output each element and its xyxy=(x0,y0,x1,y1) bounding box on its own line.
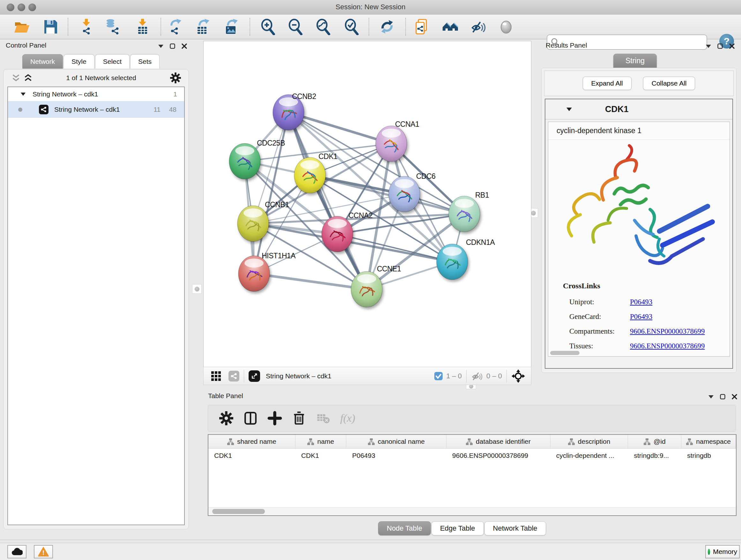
function-builder-icon: f(x) xyxy=(340,412,355,424)
birdseye-button[interactable] xyxy=(498,18,515,35)
tab-string[interactable]: String xyxy=(613,54,657,68)
export-table-button[interactable] xyxy=(195,18,212,35)
crosslink-tissues-link[interactable]: 9606.ENSP00000378699 xyxy=(630,342,705,350)
tab-network[interactable]: Network xyxy=(22,54,63,69)
node-label-ccne1: CCNE1 xyxy=(377,265,401,273)
detach-view-icon[interactable] xyxy=(249,370,260,382)
network-node-cdc25b[interactable] xyxy=(229,143,260,179)
show-columns-icon[interactable] xyxy=(243,411,258,426)
table-horizontal-scrollbar[interactable] xyxy=(208,507,736,515)
add-column-icon[interactable] xyxy=(267,411,282,426)
expand-all-tree-icon[interactable] xyxy=(24,74,32,82)
column-header-database-identifier[interactable]: database identifier xyxy=(447,435,550,448)
import-network-from-database-button[interactable] xyxy=(105,18,122,35)
export-network-button[interactable] xyxy=(167,18,184,35)
import-network-button[interactable] xyxy=(78,18,95,35)
float-panel-icon[interactable] xyxy=(720,394,725,399)
delete-column-icon[interactable] xyxy=(292,411,307,426)
tab-sets[interactable]: Sets xyxy=(130,54,159,69)
panel-menu-icon[interactable] xyxy=(709,395,714,398)
crosslink-uniprot-link[interactable]: P06493 xyxy=(630,298,652,306)
zoom-out-button[interactable] xyxy=(287,18,304,35)
network-node-rb1[interactable] xyxy=(449,196,480,232)
network-node-ccna2[interactable] xyxy=(322,216,353,252)
network-selection-status: 1 of 1 Network selected xyxy=(32,74,170,82)
homes-button[interactable] xyxy=(442,18,459,35)
tab-network-table[interactable]: Network Table xyxy=(484,521,546,536)
scrollbar-thumb[interactable] xyxy=(212,509,265,514)
float-panel-icon[interactable] xyxy=(170,44,175,49)
node-label-rb1: RB1 xyxy=(475,191,489,199)
network-node-cdk1[interactable] xyxy=(294,158,326,193)
tree-column-icon xyxy=(368,438,375,445)
network-edge[interactable] xyxy=(288,112,391,144)
network-node-cdc6[interactable] xyxy=(389,176,420,212)
network-node-ccne1[interactable] xyxy=(351,271,382,307)
column-header-canonical-name[interactable]: canonical name xyxy=(346,435,447,448)
network-node-ccna1[interactable] xyxy=(376,126,407,162)
column-header-namespace[interactable]: namespace xyxy=(681,435,736,448)
tab-select[interactable]: Select xyxy=(95,54,130,69)
column-header-name[interactable]: name xyxy=(295,435,347,448)
selected-checkbox-icon[interactable] xyxy=(434,372,443,381)
network-row[interactable]: String Network – cdk1 11 48 xyxy=(8,101,184,118)
tree-column-icon xyxy=(227,438,234,445)
network-node-cdkn1a[interactable] xyxy=(436,244,468,280)
warning-status-button[interactable]: ! xyxy=(34,545,53,558)
close-panel-icon[interactable] xyxy=(732,394,737,399)
memory-button[interactable]: Memory xyxy=(705,545,740,558)
network-node-ccnb1[interactable] xyxy=(238,206,269,241)
table-row[interactable]: CDK1CDK1P064939606.ENSP00000378699cyclin… xyxy=(208,449,736,462)
column-header-shared-name[interactable]: shared name xyxy=(208,435,295,448)
float-panel-icon[interactable] xyxy=(718,44,723,49)
zoom-in-button[interactable] xyxy=(260,18,276,35)
collapse-all-tree-icon[interactable] xyxy=(12,74,20,82)
crosslink-genecard-link[interactable]: P06493 xyxy=(630,313,652,320)
update-button[interactable] xyxy=(379,18,395,35)
birdseye-toggle-icon[interactable] xyxy=(511,369,525,383)
crosslink-label: Uniprot: xyxy=(569,295,630,309)
column-header--id[interactable]: @id xyxy=(628,435,681,448)
tab-style[interactable]: Style xyxy=(64,54,94,69)
save-session-button[interactable] xyxy=(42,18,59,35)
node-table: shared namenamecanonical namedatabase id… xyxy=(208,434,737,516)
collapse-all-button[interactable]: Collapse All xyxy=(643,77,695,90)
table-options-gear-icon[interactable] xyxy=(219,411,233,426)
network-edge[interactable] xyxy=(288,112,367,289)
zoom-selected-button[interactable] xyxy=(343,18,360,35)
network-collection-row[interactable]: String Network – cdk1 1 xyxy=(8,87,184,101)
results-horizontal-scrollbar[interactable] xyxy=(550,351,580,355)
network-graph[interactable]: CCNB2CCNA1CDC25BCDK1CDC6RB1CCNB1CCNA2CDK… xyxy=(204,41,531,367)
column-header-description[interactable]: description xyxy=(550,435,628,448)
toolbar-separator xyxy=(405,18,406,36)
cloud-status-button[interactable] xyxy=(7,545,26,558)
import-table-button[interactable] xyxy=(134,18,151,35)
crosslinks-title: CrossLinks xyxy=(563,282,730,290)
network-edge[interactable] xyxy=(254,273,367,289)
close-panel-icon[interactable] xyxy=(729,44,735,49)
network-options-gear-icon[interactable] xyxy=(170,72,181,83)
tree-column-icon xyxy=(466,438,473,445)
network-node-hist1h1a[interactable] xyxy=(239,256,270,292)
tab-edge-table[interactable]: Edge Table xyxy=(431,521,484,536)
open-session-button[interactable] xyxy=(13,18,30,35)
window-title: Session: New Session xyxy=(0,3,741,11)
panel-menu-icon[interactable] xyxy=(706,45,711,48)
export-image-button[interactable] xyxy=(223,18,239,35)
hide-unhide-button[interactable] xyxy=(470,18,487,35)
grid-view-icon[interactable] xyxy=(211,371,221,381)
main-toolbar: ? xyxy=(0,15,741,39)
zoom-fit-button[interactable] xyxy=(315,18,332,35)
tab-node-table[interactable]: Node Table xyxy=(378,521,431,536)
panel-menu-icon[interactable] xyxy=(158,45,163,48)
close-panel-icon[interactable] xyxy=(182,44,187,49)
expand-all-button[interactable]: Expand All xyxy=(583,77,631,90)
crosslink-compartments-link[interactable]: 9606.ENSP00000378699 xyxy=(630,327,705,335)
share-document-button[interactable] xyxy=(414,18,430,35)
share-view-icon[interactable] xyxy=(228,371,239,381)
left-splitter-grip[interactable] xyxy=(192,284,202,294)
network-canvas[interactable]: CCNB2CCNA1CDC25BCDK1CDC6RB1CCNB1CCNA2CDK… xyxy=(203,41,531,367)
collection-expand-icon[interactable] xyxy=(21,92,25,96)
node-label-cdc6: CDC6 xyxy=(416,172,435,180)
entry-collapse-icon[interactable] xyxy=(566,108,572,111)
